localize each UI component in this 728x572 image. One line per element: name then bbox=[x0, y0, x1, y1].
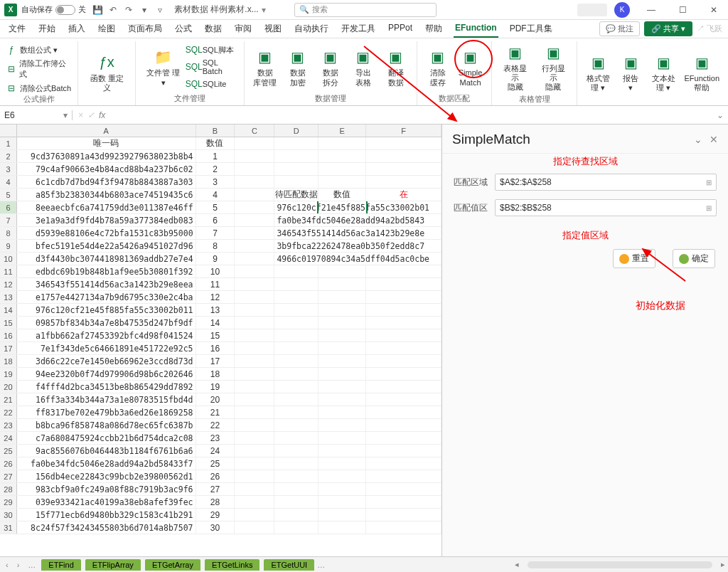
minimize-button[interactable]: — bbox=[637, 0, 665, 20]
row-header[interactable]: 26 bbox=[0, 457, 17, 470]
row-header[interactable]: 6 bbox=[0, 201, 17, 213]
col-header-D[interactable]: D bbox=[274, 125, 318, 137]
cell[interactable] bbox=[235, 278, 274, 290]
cell[interactable]: fa0be34fdc5046e28add94a2bd58433f7 bbox=[17, 457, 196, 470]
search-input[interactable]: 🔍 搜索 bbox=[294, 3, 437, 17]
cell[interactable] bbox=[318, 470, 366, 482]
cell[interactable]: 7e1f343de5c64661891e451722e92c5 bbox=[17, 342, 196, 354]
cell[interactable] bbox=[318, 291, 366, 303]
match-value-input[interactable]: $B$2:$B$258⊞ bbox=[495, 199, 717, 216]
tabs-overflow-icon[interactable]: … bbox=[317, 561, 325, 569]
cell[interactable]: 346543f551414d56ac3a1423b29e8e bbox=[274, 227, 441, 239]
cell[interactable] bbox=[318, 406, 366, 418]
cell[interactable] bbox=[235, 150, 274, 162]
cancel-icon[interactable]: × bbox=[78, 110, 83, 120]
cell[interactable] bbox=[366, 355, 441, 367]
cell[interactable]: 983cbf9a0fc249a08f88c7919b3ac9f6 bbox=[17, 483, 196, 495]
cell[interactable] bbox=[366, 329, 441, 341]
cell[interactable] bbox=[318, 496, 366, 508]
cell[interactable] bbox=[318, 329, 366, 341]
range-picker-icon[interactable]: ⊞ bbox=[706, 204, 712, 212]
tab-自动执行[interactable]: 自动执行 bbox=[293, 20, 330, 38]
redo-icon[interactable]: ↷ bbox=[123, 4, 134, 16]
scroll-left-icon[interactable]: ◂ bbox=[512, 560, 522, 569]
col-header-B[interactable]: B bbox=[196, 125, 235, 137]
cell[interactable]: ff8317be702e479bb3a6ed26e1869258 bbox=[17, 406, 196, 418]
tab-公式[interactable]: 公式 bbox=[173, 20, 193, 38]
cell[interactable] bbox=[366, 393, 441, 406]
tab-开发工具[interactable]: 开发工具 bbox=[340, 20, 377, 38]
row-header[interactable]: 21 bbox=[0, 393, 17, 406]
cell[interactable] bbox=[366, 521, 441, 534]
cell[interactable]: 5 bbox=[196, 201, 235, 213]
row-header[interactable]: 28 bbox=[0, 483, 17, 495]
导出-button[interactable]: ▣导出表格 bbox=[348, 41, 378, 93]
行列显示-button[interactable]: ▣行列显示隐藏 bbox=[536, 41, 572, 94]
col-header-C[interactable]: C bbox=[235, 125, 274, 137]
cell[interactable]: 10 bbox=[196, 265, 235, 277]
row-header[interactable]: 29 bbox=[0, 496, 17, 508]
cell[interactable] bbox=[274, 457, 318, 470]
cell[interactable] bbox=[274, 329, 318, 341]
cell[interactable]: 22 bbox=[196, 419, 235, 431]
chevron-down-icon[interactable]: ⌄ bbox=[694, 134, 702, 145]
scroll-right-icon[interactable]: ▸ bbox=[718, 560, 728, 569]
dropdown-icon[interactable]: ▾ bbox=[139, 4, 150, 16]
cell[interactable] bbox=[235, 201, 274, 213]
sheet-tab-ETFlipArray[interactable]: ETFlipArray bbox=[85, 559, 141, 571]
cell[interactable]: 4966c01970894c34a5dff04d5ac0cbe bbox=[274, 253, 441, 265]
sheet-tab-ETFind[interactable]: ETFind bbox=[41, 559, 80, 571]
comments-button[interactable]: 💬 批注 bbox=[599, 21, 640, 36]
sql-batch-button[interactable]: SQLSQL Batch bbox=[188, 58, 238, 75]
array-formula-button[interactable]: ƒ数组公式 ▾ bbox=[6, 44, 58, 55]
cell[interactable] bbox=[274, 521, 318, 534]
toggle-icon[interactable] bbox=[55, 5, 75, 15]
cell[interactable]: 1 bbox=[196, 150, 235, 162]
cell[interactable]: 6 bbox=[196, 214, 235, 226]
cell[interactable] bbox=[366, 368, 441, 380]
cell[interactable] bbox=[235, 342, 274, 354]
cell[interactable] bbox=[274, 483, 318, 495]
cell[interactable] bbox=[318, 419, 366, 431]
cell[interactable] bbox=[274, 368, 318, 380]
tab-数据[interactable]: 数据 bbox=[203, 20, 223, 38]
cell[interactable]: 21 bbox=[196, 406, 235, 418]
cell[interactable] bbox=[366, 406, 441, 418]
tab-视图[interactable]: 视图 bbox=[263, 20, 283, 38]
cell[interactable] bbox=[366, 457, 441, 470]
row-header[interactable]: 20 bbox=[0, 381, 17, 393]
cell[interactable] bbox=[235, 406, 274, 418]
cell[interactable]: 11 bbox=[196, 278, 235, 290]
range-picker-icon[interactable]: ⊞ bbox=[706, 179, 712, 186]
数据-button[interactable]: ▣数据加密 bbox=[283, 41, 313, 93]
文本处-button[interactable]: ▣文本处理 ▾ bbox=[648, 41, 678, 104]
cell[interactable]: 9cd37630891a43d99239279638023b8b4 bbox=[17, 150, 196, 162]
cell[interactable] bbox=[366, 496, 441, 508]
cell[interactable]: bfec5191e54d4e22a5426a9451027d96 bbox=[17, 240, 196, 252]
avatar[interactable]: K bbox=[614, 2, 630, 18]
cell[interactable]: 16ff3a334b344a73a1e80783515fbd4d bbox=[17, 393, 196, 406]
cell[interactable]: 15f771ecb6d9480bb329c1583c41b291 bbox=[17, 509, 196, 521]
cell[interactable] bbox=[235, 509, 274, 521]
EFunction-button[interactable]: ▣EFunction帮助 bbox=[681, 41, 722, 104]
cell[interactable] bbox=[274, 381, 318, 393]
cell[interactable] bbox=[274, 432, 318, 444]
cell[interactable] bbox=[318, 163, 366, 175]
cell[interactable]: 79c4af90663e4b84acd88b4a237b6c02 bbox=[17, 163, 196, 175]
cell[interactable] bbox=[235, 265, 274, 277]
cell[interactable]: 3d66c22ce7e1450eb66962e3ccd8d73d bbox=[17, 355, 196, 367]
cell[interactable] bbox=[318, 483, 366, 495]
cell[interactable]: 09857bf834b34a7e8b47535d247bf9df bbox=[17, 317, 196, 329]
row-header[interactable]: 1 bbox=[0, 137, 17, 149]
row-header[interactable]: 22 bbox=[0, 406, 17, 418]
cell[interactable] bbox=[318, 278, 366, 290]
cell[interactable]: 346543f551414d56ac3a1423b29e8eea bbox=[17, 278, 196, 290]
cell[interactable]: e1757e4427134a7b9d6795c330e2c4ba bbox=[17, 291, 196, 303]
cell[interactable] bbox=[366, 432, 441, 444]
cell[interactable]: 15 bbox=[196, 329, 235, 341]
cell[interactable] bbox=[274, 355, 318, 367]
reset-button[interactable]: 重置 bbox=[613, 249, 655, 268]
cell[interactable]: 14 bbox=[196, 317, 235, 329]
cell[interactable] bbox=[366, 445, 441, 457]
cell[interactable]: 28 bbox=[196, 496, 235, 508]
